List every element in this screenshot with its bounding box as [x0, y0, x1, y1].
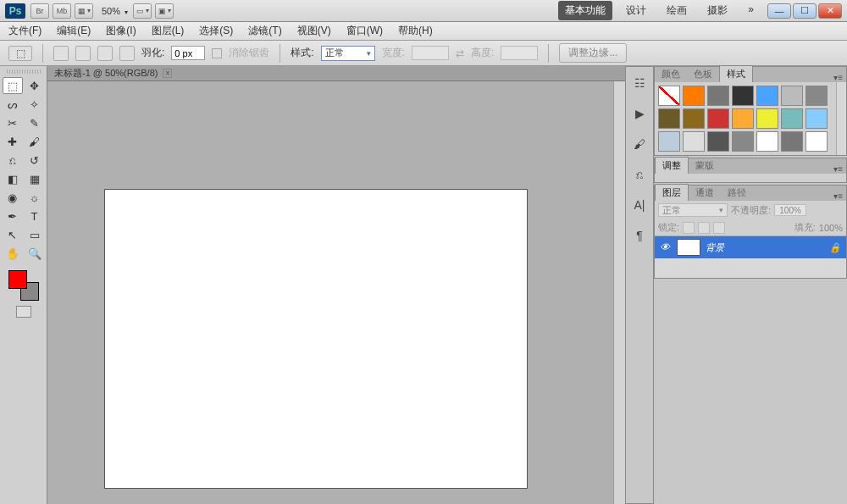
- styles-scrollbar[interactable]: [836, 82, 846, 155]
- tab-channels[interactable]: 通道: [689, 185, 721, 201]
- history-brush-tool[interactable]: ↺: [25, 152, 45, 169]
- menu-select[interactable]: 选择(S): [199, 24, 233, 38]
- style-swatch[interactable]: [658, 108, 680, 129]
- foreground-color[interactable]: [8, 270, 27, 289]
- clone-panel-icon[interactable]: ⎌: [631, 167, 648, 182]
- eyedropper-tool[interactable]: ✎: [25, 114, 45, 131]
- panel-menu-icon[interactable]: ▾≡: [833, 164, 843, 174]
- tab-adjustments[interactable]: 调整: [655, 157, 689, 174]
- tab-layers[interactable]: 图层: [655, 184, 689, 201]
- style-select[interactable]: 正常▾: [321, 46, 375, 61]
- tool-preset-picker[interactable]: ⬚: [8, 46, 32, 61]
- brush-panel-icon[interactable]: 🖌: [631, 136, 648, 152]
- menu-file[interactable]: 文件(F): [8, 24, 42, 38]
- brush-tool[interactable]: 🖌: [25, 133, 45, 150]
- panel-menu-icon[interactable]: ▾≡: [833, 191, 843, 201]
- pen-tool[interactable]: ✒: [3, 208, 23, 224]
- selection-new-icon[interactable]: [53, 46, 69, 61]
- document-tab[interactable]: 未标题-1 @ 50%(RGB/8) ×: [47, 66, 625, 81]
- lasso-tool[interactable]: ᔕ: [3, 96, 23, 113]
- zoom-tool[interactable]: 🔍: [25, 245, 45, 262]
- dodge-tool[interactable]: ☼: [25, 189, 45, 206]
- style-swatch[interactable]: [707, 131, 729, 152]
- hand-tool[interactable]: ✋: [3, 245, 23, 262]
- eraser-tool[interactable]: ◧: [3, 170, 23, 187]
- menu-help[interactable]: 帮助(H): [398, 24, 433, 38]
- vertical-scrollbar[interactable]: [613, 81, 625, 504]
- gradient-tool[interactable]: ▦: [25, 170, 45, 187]
- workspace-painting[interactable]: 绘画: [660, 1, 694, 20]
- minibridge-button[interactable]: Mb: [53, 3, 71, 19]
- style-swatch[interactable]: [707, 86, 729, 106]
- path-select-tool[interactable]: ↖: [3, 226, 23, 243]
- refine-edge-button[interactable]: 调整边缘...: [559, 43, 627, 63]
- style-swatch[interactable]: [756, 131, 778, 152]
- clone-stamp-tool[interactable]: ⎌: [3, 152, 23, 169]
- menu-view[interactable]: 视图(V): [297, 24, 331, 38]
- antialias-checkbox[interactable]: [212, 48, 222, 58]
- style-swatch[interactable]: [683, 86, 705, 106]
- style-swatch[interactable]: [781, 108, 803, 129]
- style-swatch[interactable]: [805, 131, 828, 152]
- blur-tool[interactable]: ◉: [3, 189, 23, 206]
- quick-mask-toggle[interactable]: [16, 306, 31, 318]
- maximize-button[interactable]: ☐: [793, 3, 817, 19]
- shape-tool[interactable]: ▭: [25, 226, 45, 243]
- feather-input[interactable]: [171, 46, 205, 60]
- view-extras-button[interactable]: ▦▾: [75, 3, 93, 19]
- canvas[interactable]: [105, 190, 527, 488]
- fill-input[interactable]: 100%: [819, 223, 843, 233]
- workspace-more[interactable]: »: [741, 1, 761, 20]
- close-tab-icon[interactable]: ×: [163, 69, 172, 78]
- style-swatch[interactable]: [732, 86, 754, 106]
- blend-mode-select[interactable]: 正常▾: [658, 203, 728, 217]
- type-tool[interactable]: T: [25, 208, 45, 224]
- paragraph-panel-icon[interactable]: ¶: [631, 228, 648, 243]
- lock-pixels-icon[interactable]: [683, 222, 695, 234]
- workspace-photo[interactable]: 摄影: [700, 1, 734, 20]
- opacity-input[interactable]: 100%: [774, 204, 806, 216]
- style-swatch[interactable]: [683, 108, 705, 129]
- style-swatch[interactable]: [805, 86, 828, 106]
- color-swatches[interactable]: [8, 270, 39, 301]
- style-swatch[interactable]: [732, 108, 754, 129]
- style-swatch[interactable]: [756, 86, 778, 106]
- menu-window[interactable]: 窗口(W): [346, 24, 383, 38]
- tab-paths[interactable]: 路径: [721, 185, 753, 201]
- menu-image[interactable]: 图像(I): [106, 24, 136, 38]
- style-swatch[interactable]: [732, 131, 754, 152]
- workspace-design[interactable]: 设计: [619, 1, 653, 20]
- tab-styles[interactable]: 样式: [719, 65, 753, 82]
- style-swatch[interactable]: [683, 131, 705, 152]
- minimize-button[interactable]: —: [767, 3, 791, 19]
- healing-brush-tool[interactable]: ✚: [3, 133, 23, 150]
- crop-tool[interactable]: ✂: [3, 114, 23, 131]
- tab-swatches[interactable]: 色板: [687, 66, 719, 82]
- screen-mode-button[interactable]: ▣▾: [155, 3, 174, 19]
- style-swatch[interactable]: [781, 131, 803, 152]
- zoom-level[interactable]: 50% ▾: [102, 6, 128, 16]
- marquee-tool[interactable]: ⬚: [3, 77, 23, 94]
- magic-wand-tool[interactable]: ✧: [25, 96, 45, 113]
- lock-position-icon[interactable]: [698, 222, 710, 234]
- panel-menu-icon[interactable]: ▾≡: [833, 73, 843, 82]
- style-swatch[interactable]: [756, 108, 778, 129]
- style-swatch[interactable]: [707, 108, 729, 129]
- move-tool[interactable]: ✥: [25, 77, 45, 94]
- selection-add-icon[interactable]: [75, 46, 91, 61]
- style-swatch[interactable]: [805, 108, 828, 129]
- actions-panel-icon[interactable]: ▶: [631, 106, 648, 121]
- history-panel-icon[interactable]: ☷: [631, 75, 648, 91]
- menu-filter[interactable]: 滤镜(T): [248, 24, 281, 38]
- menu-edit[interactable]: 编辑(E): [57, 24, 91, 38]
- layer-thumbnail[interactable]: [677, 239, 700, 256]
- tab-masks[interactable]: 蒙版: [689, 158, 721, 174]
- visibility-icon[interactable]: 👁: [660, 241, 672, 253]
- menu-layer[interactable]: 图层(L): [152, 24, 185, 38]
- selection-intersect-icon[interactable]: [119, 46, 135, 61]
- lock-all-icon[interactable]: [713, 222, 725, 234]
- selection-subtract-icon[interactable]: [97, 46, 113, 61]
- workspace-essentials[interactable]: 基本功能: [558, 1, 612, 20]
- bridge-button[interactable]: Br: [30, 3, 49, 19]
- style-swatch[interactable]: [658, 86, 680, 106]
